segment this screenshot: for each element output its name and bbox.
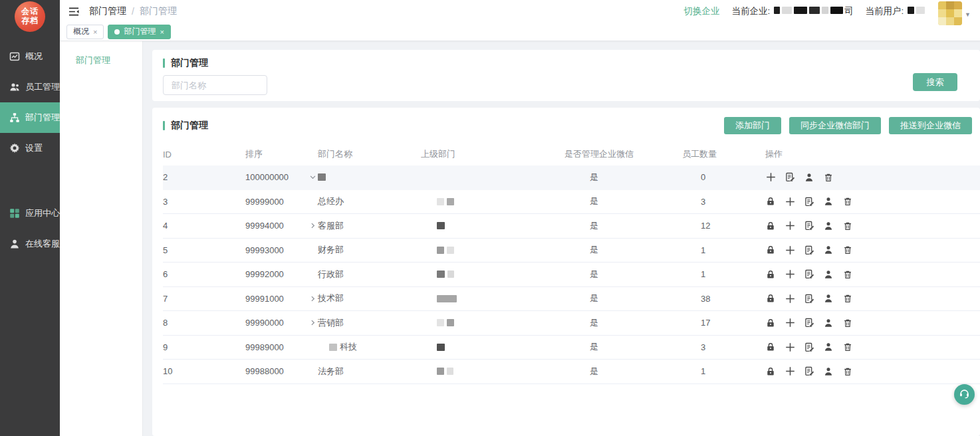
plus-icon[interactable] [785,318,795,328]
tab-label: 概况 [73,26,89,37]
delete-icon[interactable] [842,318,853,328]
push-to-wechat-button[interactable]: 推送到企业微信 [889,117,972,134]
sidebar-item-label: 在线客服 [25,238,60,250]
customer-service-button[interactable] [954,384,975,405]
tab-departments[interactable]: 部门管理 × [108,25,170,39]
lock-icon[interactable] [765,245,776,255]
user-dropdown-caret-icon[interactable]: ▼ [965,11,971,18]
edit-icon[interactable] [804,196,814,207]
cell-parent-department [421,344,564,351]
delete-icon[interactable] [842,269,853,280]
cell-employee-count: 12 [682,221,765,231]
department-name: 客服部 [318,220,344,232]
cell-name: 法务部 [307,366,421,378]
tree-caret-icon[interactable] [307,319,318,326]
user-icon[interactable] [823,196,834,207]
user-icon[interactable] [823,293,834,304]
user-icon[interactable] [823,269,834,280]
edit-icon[interactable] [804,293,814,304]
sidebar-item-overview[interactable]: 概况 [0,41,60,72]
delete-icon[interactable] [842,342,853,352]
breadcrumb-parent[interactable]: 部门管理 [89,5,126,17]
current-company-label: 当前企业: [732,6,771,16]
lock-icon[interactable] [765,318,776,328]
department-table-panel: 部门管理 添加部门 同步企业微信部门 推送到企业微信 ID 排序 部门名称 [152,108,980,436]
sidebar-fold-icon[interactable] [68,6,80,17]
table-row: 9 99989000 科技 是 3 [163,336,980,360]
switch-company-link[interactable]: 切换企业 [684,5,720,17]
plus-icon[interactable] [765,172,776,183]
cell-parent-department [421,247,564,254]
sidebar-item-app-center[interactable]: 应用中心 [0,198,60,229]
cell-parent-department [421,222,564,229]
tree-caret-icon[interactable] [307,222,318,229]
edit-icon[interactable] [804,366,814,377]
edit-icon[interactable] [804,245,814,255]
tab-close-icon[interactable]: × [93,28,97,36]
department-name-input[interactable] [163,75,267,95]
delete-icon[interactable] [842,366,853,377]
sync-wechat-departments-button[interactable]: 同步企业微信部门 [789,117,881,134]
sidebar-item-label: 应用中心 [25,207,60,219]
edit-icon[interactable] [785,172,795,183]
plus-icon[interactable] [785,366,795,377]
user-icon[interactable] [823,342,834,352]
department-name: 技术部 [318,292,344,304]
delete-icon[interactable] [842,221,853,231]
plus-icon[interactable] [785,342,795,352]
user-icon[interactable] [804,172,814,183]
sidebar-item-settings[interactable]: 设置 [0,133,60,164]
tree-caret-icon[interactable] [307,173,318,181]
plus-icon[interactable] [785,269,795,280]
tab-overview[interactable]: 概况 × [66,25,104,39]
lock-icon[interactable] [765,293,776,304]
settings-icon [9,143,20,154]
edit-icon[interactable] [804,318,814,328]
delete-icon[interactable] [842,245,853,255]
cell-managed: 是 [564,317,682,329]
user-icon[interactable] [823,366,834,377]
add-department-button[interactable]: 添加部门 [724,117,781,134]
plus-icon[interactable] [785,293,795,304]
delete-icon[interactable] [842,293,853,304]
plus-icon[interactable] [785,245,795,255]
search-button[interactable]: 搜索 [913,73,957,91]
sidebar-item-employees[interactable]: 员工管理 [0,72,60,102]
cell-employee-count: 1 [682,269,765,279]
sidebar-item-departments[interactable]: 部门管理 [0,102,60,133]
lock-icon[interactable] [765,342,776,352]
tree-caret-icon[interactable] [307,295,318,302]
plus-icon[interactable] [785,221,795,231]
edit-icon[interactable] [804,221,814,231]
cell-name: 营销部 [307,317,421,329]
cell-managed: 是 [564,269,682,280]
edit-icon[interactable] [804,342,814,352]
cell-id: 5 [163,245,245,255]
sidebar-item-online-support[interactable]: 在线客服 [0,229,60,259]
user-icon[interactable] [823,318,834,328]
app-window: 会话 存档 概况 员工管理 部门管理 [0,0,980,436]
company-suffix: 司 [844,6,854,16]
cell-operations [765,293,980,304]
user-icon[interactable] [823,245,834,255]
cell-id: 9 [163,342,245,352]
user-icon[interactable] [823,221,834,231]
table-row: 6 99992000 行政部 是 1 [163,263,980,287]
tab-close-icon[interactable]: × [160,28,164,36]
cell-parent-department [421,295,564,302]
lock-icon[interactable] [765,196,776,207]
cell-managed: 是 [564,341,682,353]
avatar[interactable] [938,1,962,25]
delete-icon[interactable] [842,196,853,207]
lock-icon[interactable] [765,269,776,280]
cell-sort: 99994000 [245,221,307,231]
delete-icon[interactable] [823,172,834,183]
subnav-item-departments[interactable]: 部门管理 [60,54,142,66]
plus-icon[interactable] [785,196,795,207]
col-name: 部门名称 [307,148,421,160]
lock-icon[interactable] [765,366,776,377]
lock-icon[interactable] [765,221,776,231]
department-name: 财务部 [318,244,344,256]
cell-employee-count: 3 [682,342,765,352]
edit-icon[interactable] [804,269,814,280]
